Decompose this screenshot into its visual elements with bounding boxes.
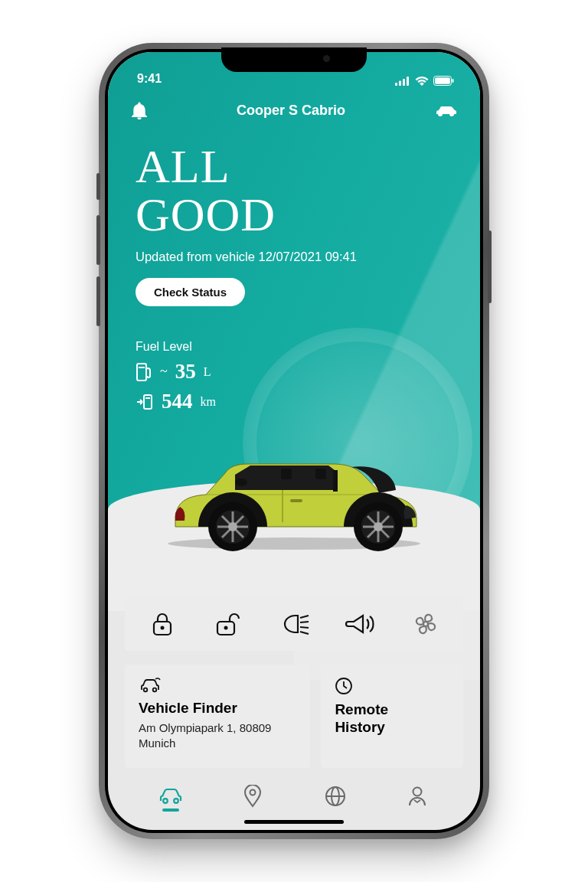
fuel-unit: L — [204, 365, 211, 379]
hero-headline-2: GOOD — [136, 188, 276, 240]
svg-rect-5 — [435, 77, 450, 84]
car-outline-icon — [158, 787, 184, 805]
lock-button[interactable] — [141, 611, 184, 637]
status-time: 9:41 — [137, 72, 162, 86]
vehicle-illustration — [152, 436, 436, 551]
range-value: 544 — [162, 390, 193, 413]
history-title-1: Remote — [335, 701, 388, 717]
cellular-icon — [395, 77, 410, 86]
tab-bar — [108, 776, 480, 815]
hero-subtitle: Updated from vehicle 12/07/2021 09:41 — [136, 250, 452, 264]
svg-rect-10 — [333, 470, 338, 492]
svg-rect-7 — [137, 364, 146, 381]
fuel-label: Fuel Level — [136, 340, 452, 354]
finder-address: Am Olympiapark 1, 80809 Munich — [139, 720, 296, 752]
svg-point-39 — [153, 688, 157, 691]
finder-title: Vehicle Finder — [139, 700, 296, 717]
history-title-2: History — [335, 719, 384, 735]
svg-rect-12 — [315, 469, 326, 479]
svg-line-34 — [300, 622, 309, 622]
bell-icon — [131, 101, 148, 119]
svg-rect-1 — [399, 80, 401, 86]
fuel-value: 35 — [175, 360, 196, 384]
svg-rect-3 — [407, 77, 409, 86]
finder-icon — [139, 677, 296, 694]
svg-line-36 — [300, 632, 309, 634]
climate-button[interactable] — [404, 611, 447, 637]
svg-point-47 — [413, 788, 422, 796]
svg-point-38 — [144, 688, 148, 691]
wifi-icon — [415, 77, 429, 86]
unlock-icon — [215, 611, 241, 637]
unlock-button[interactable] — [207, 611, 250, 637]
horn-button[interactable] — [338, 613, 381, 635]
svg-point-19 — [228, 522, 237, 531]
vehicle-finder-card[interactable]: Vehicle Finder Am Olympiapark 1, 80809 M… — [125, 665, 310, 768]
svg-rect-28 — [290, 499, 302, 502]
tab-vehicle[interactable] — [148, 787, 194, 805]
history-icon — [335, 677, 449, 695]
car-icon — [434, 103, 457, 117]
svg-line-35 — [300, 627, 309, 628]
headlight-icon — [279, 613, 309, 635]
tab-profile[interactable] — [394, 786, 440, 807]
tab-explore[interactable] — [312, 786, 358, 807]
fuel-block: Fuel Level ~ 35 L 544 km — [108, 306, 480, 413]
svg-point-27 — [235, 479, 247, 486]
horn-icon — [345, 613, 375, 635]
fuel-pump-icon — [136, 362, 152, 382]
svg-rect-0 — [395, 83, 397, 86]
hero-headline-1: ALL — [136, 140, 230, 192]
check-status-button[interactable]: Check Status — [136, 278, 245, 306]
pin-icon — [243, 785, 262, 808]
lock-icon — [150, 611, 175, 637]
range-icon — [136, 394, 154, 410]
svg-point-42 — [174, 799, 178, 803]
hero: ALL GOOD Updated from vehicle 12/07/2021… — [108, 119, 480, 306]
remote-history-card[interactable]: Remote History — [321, 665, 463, 768]
tab-map[interactable] — [230, 785, 276, 808]
quick-actions — [125, 597, 463, 651]
svg-point-26 — [374, 522, 383, 531]
svg-rect-2 — [403, 79, 405, 86]
lights-button[interactable] — [273, 613, 315, 635]
svg-point-30 — [161, 626, 165, 629]
range-unit: km — [201, 395, 216, 409]
svg-line-33 — [300, 616, 309, 618]
svg-point-43 — [250, 790, 256, 795]
notifications-button[interactable] — [131, 101, 148, 119]
page-title: Cooper S Cabrio — [237, 103, 345, 119]
svg-point-41 — [163, 799, 168, 803]
svg-point-32 — [224, 626, 228, 629]
home-indicator[interactable] — [244, 820, 344, 824]
svg-rect-6 — [452, 79, 454, 83]
globe-icon — [325, 786, 346, 807]
fan-icon — [413, 611, 439, 637]
svg-rect-11 — [281, 469, 292, 479]
battery-icon — [433, 76, 454, 86]
profile-icon — [407, 786, 427, 807]
vehicle-select-button[interactable] — [434, 103, 457, 117]
svg-rect-8 — [144, 395, 152, 409]
fuel-approx: ~ — [160, 364, 168, 380]
